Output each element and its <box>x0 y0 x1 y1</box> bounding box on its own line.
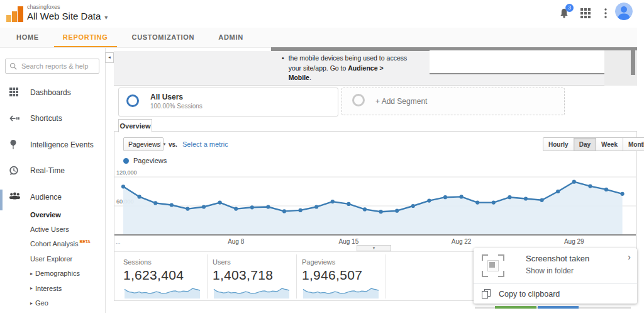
copy-icon <box>482 289 490 299</box>
sparkline-chart <box>213 285 296 302</box>
chevron-right-icon[interactable]: › <box>628 251 631 262</box>
metric-label: Pageviews <box>302 258 386 266</box>
notification-badge: 3 <box>565 4 574 12</box>
google-analytics-app: chasingfoxes All Web Site Data▾ 3 <box>0 0 644 313</box>
sidebar-item-real-time[interactable]: Real-Time <box>0 158 106 185</box>
intelligence-icon <box>9 139 19 150</box>
apps-grid-button[interactable] <box>580 8 592 20</box>
sparkline-chart <box>123 285 207 302</box>
sidebar: DashboardsShortcutsIntelligence EventsRe… <box>0 48 106 313</box>
svg-text:Aug 29: Aug 29 <box>564 238 584 245</box>
expand-caret-icon: ▸ <box>30 300 33 306</box>
tab-overview[interactable]: Overview <box>118 119 152 132</box>
sidebar-subitem-label: Interests <box>35 285 62 292</box>
caret-down-icon: ▾ <box>104 14 108 21</box>
help-bullet-text: the mobile devices being used to access … <box>289 54 408 83</box>
chart-legend: Pageviews <box>123 157 167 164</box>
search-input[interactable] <box>20 62 95 71</box>
summary-card-users[interactable]: Users1,403,718 <box>208 254 297 299</box>
kebab-icon <box>602 10 609 21</box>
segment-subtitle: 100.00% Sessions <box>150 103 203 110</box>
sidebar-collapse-button[interactable]: ◂ <box>105 52 114 63</box>
tab-admin[interactable]: ADMIN <box>209 28 252 47</box>
select-metric-link[interactable]: Select a metric <box>182 140 228 148</box>
sidebar-subitem-label: Demographics <box>35 270 80 277</box>
summary-card-pageviews[interactable]: Pageviews1,946,507 <box>297 254 386 299</box>
metric-dropdown[interactable]: Pageviews ▾ <box>123 137 164 151</box>
sidebar-item-shortcuts[interactable]: Shortcuts <box>0 106 106 132</box>
bottom-bar-green <box>495 306 536 309</box>
metric-label: Users <box>213 258 296 266</box>
sidebar-subitem-label: Geo <box>35 299 48 307</box>
sidebar-subitem-cohort-analysis[interactable]: Cohort AnalysisBETA <box>30 237 104 251</box>
sidebar-item-dashboards[interactable]: Dashboards <box>0 79 106 106</box>
metric-label: Sessions <box>123 258 207 266</box>
primary-nav: HOMEREPORTINGCUSTOMIZATIONADMIN <box>0 28 637 48</box>
audience-icon <box>9 191 19 202</box>
dashboards-icon <box>9 87 19 98</box>
collapse-down-icon: ▼ <box>372 246 376 250</box>
tab-home[interactable]: HOME <box>8 28 48 47</box>
svg-text:Aug 22: Aug 22 <box>452 238 472 245</box>
sidebar-item-label: Shortcuts <box>30 114 62 123</box>
vs-label: vs. <box>169 141 177 148</box>
chart-collapse-handle[interactable]: ▼ <box>357 245 391 251</box>
sidebar-subitem-label: Active Users <box>30 225 69 233</box>
granularity-week-button[interactable]: Week <box>596 137 623 151</box>
sidebar-subitem-label: Cohort Analysis <box>30 240 78 248</box>
scrollbar-thumb[interactable] <box>631 50 635 75</box>
app-header: chasingfoxes All Web Site Data▾ 3 <box>0 0 637 28</box>
report-search <box>5 59 99 74</box>
search-icon <box>9 62 17 70</box>
sidebar-subitem-label: Overview <box>30 211 61 219</box>
legend-dot-icon <box>123 158 129 164</box>
user-avatar[interactable] <box>615 3 633 20</box>
summary-card-sessions[interactable]: Sessions1,623,404 <box>118 254 208 299</box>
notification-title: Screenshot taken <box>526 254 589 263</box>
tab-customization[interactable]: CUSTOMIZATION <box>123 28 204 47</box>
expand-caret-icon: ▸ <box>30 285 33 291</box>
granularity-hourly-button[interactable]: Hourly <box>543 137 574 151</box>
property-name: All Web Site Data <box>27 11 101 21</box>
segment-title: All Users <box>150 93 183 101</box>
metric-value: 1,403,718 <box>213 268 296 283</box>
apps-grid-icon <box>580 10 591 21</box>
granularity-month-button[interactable]: Month <box>623 137 644 151</box>
show-in-folder-link[interactable]: Show in folder <box>526 266 574 275</box>
sidebar-subitem-active-users[interactable]: Active Users <box>30 222 104 236</box>
sidebar-subitem-demographics[interactable]: ▸Demographics <box>30 266 104 281</box>
sidebar-subitem-user-explorer[interactable]: User Explorer <box>30 251 104 266</box>
add-segment-button[interactable]: + Add Segment <box>341 88 565 115</box>
sidebar-subitem-geo[interactable]: ▸Geo <box>30 295 104 310</box>
feedback-input[interactable] <box>430 50 604 74</box>
help-bullet-item: • the mobile devices being used to acces… <box>282 54 408 83</box>
granularity-day-button[interactable]: Day <box>574 137 596 151</box>
account-name: chasingfoxes <box>27 4 60 10</box>
sidebar-subitem-overview[interactable]: Overview <box>30 207 104 222</box>
collapse-left-icon: ◂ <box>108 55 111 59</box>
caret-down-icon: ▾ <box>160 142 169 147</box>
svg-text:120,000: 120,000 <box>116 169 137 176</box>
metric-dropdown-value: Pageviews <box>124 140 160 148</box>
copy-to-clipboard-button[interactable]: Copy to clipboard <box>474 284 637 304</box>
sidebar-item-audience[interactable]: Audience <box>0 184 106 210</box>
shortcuts-icon <box>9 113 19 124</box>
sidebar-subitem-interests[interactable]: ▸Interests <box>30 281 104 295</box>
pageviews-line-chart[interactable]: 60,000120,000Aug 8Aug 15Aug 22Aug 29... <box>114 168 636 249</box>
svg-text:...: ... <box>116 239 121 245</box>
sidebar-item-label: Dashboards <box>30 88 71 97</box>
sidebar-item-label: Real-Time <box>30 166 65 175</box>
segment-all-users[interactable]: All Users 100.00% Sessions <box>118 88 338 117</box>
beta-badge: BETA <box>79 239 90 244</box>
active-section-marker <box>0 190 3 210</box>
segment-ring-icon <box>126 94 139 107</box>
metric-value: 1,946,507 <box>302 268 386 283</box>
screenshot-thumbnail-icon <box>482 254 504 277</box>
analytics-logo-icon[interactable] <box>6 5 24 23</box>
bottom-bar-blue <box>538 306 579 309</box>
property-selector[interactable]: All Web Site Data▾ <box>27 11 108 21</box>
more-menu-button[interactable] <box>602 8 609 20</box>
tab-reporting[interactable]: REPORTING <box>54 28 117 47</box>
bullet-icon: • <box>282 54 284 83</box>
sidebar-item-intelligence-events[interactable]: Intelligence Events <box>0 132 106 158</box>
